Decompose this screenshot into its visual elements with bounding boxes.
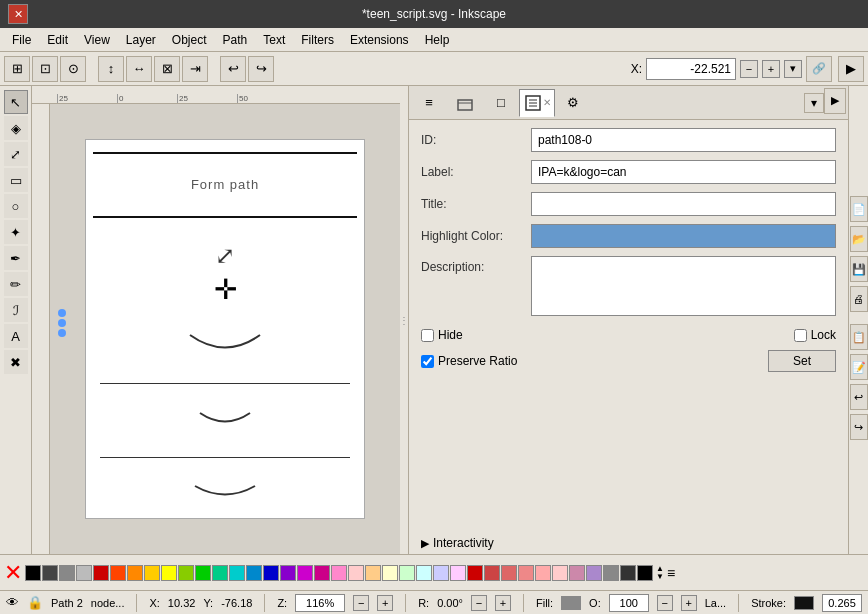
palette-swatch[interactable] (569, 565, 585, 581)
lock-checkbox[interactable] (794, 329, 807, 342)
menu-layer[interactable]: Layer (118, 31, 164, 49)
palette-swatch[interactable] (25, 565, 41, 581)
o-plus-btn[interactable]: + (681, 595, 697, 611)
palette-swatch[interactable] (144, 565, 160, 581)
menu-view[interactable]: View (76, 31, 118, 49)
highlight-color-picker[interactable] (531, 224, 836, 248)
palette-swatch[interactable] (433, 565, 449, 581)
palette-swatch[interactable] (399, 565, 415, 581)
palette-swatch[interactable] (467, 565, 483, 581)
palette-swatch[interactable] (484, 565, 500, 581)
status-eye-icon[interactable]: 👁 (6, 595, 19, 610)
hide-checkbox[interactable] (421, 329, 434, 342)
toolbar-link-btn[interactable]: 🔗 (806, 56, 832, 82)
r-minus-btn[interactable]: − (471, 595, 487, 611)
palette-swatch[interactable] (93, 565, 109, 581)
palette-swatch[interactable] (450, 565, 466, 581)
palette-swatch[interactable] (586, 565, 602, 581)
palette-swatch[interactable] (348, 565, 364, 581)
right-redo-btn[interactable]: ↪ (850, 414, 868, 440)
palette-swatch[interactable] (212, 565, 228, 581)
set-button[interactable]: Set (768, 350, 836, 372)
menu-path[interactable]: Path (215, 31, 256, 49)
palette-swatch[interactable] (246, 565, 262, 581)
o-minus-btn[interactable]: − (657, 595, 673, 611)
palette-swatch[interactable] (59, 565, 75, 581)
palette-swatch[interactable] (280, 565, 296, 581)
stroke-input[interactable] (822, 594, 862, 612)
panel-separator[interactable]: ⋮ (400, 86, 408, 554)
right-new-btn[interactable]: 📄 (850, 196, 868, 222)
palette-swatch[interactable] (127, 565, 143, 581)
tool-pencil[interactable]: ✒ (4, 246, 28, 270)
palette-swatch[interactable] (110, 565, 126, 581)
palette-swatch[interactable] (263, 565, 279, 581)
palette-swatch[interactable] (161, 565, 177, 581)
coord-dropdown-btn[interactable]: ▾ (784, 60, 802, 78)
toolbar-btn-7[interactable]: ⇥ (182, 56, 208, 82)
interactivity-row[interactable]: ▶ Interactivity (409, 532, 848, 554)
right-open-btn[interactable]: 📂 (850, 226, 868, 252)
fill-color-box[interactable] (561, 596, 581, 610)
close-button[interactable]: ✕ (8, 4, 28, 24)
coord-plus-btn[interactable]: + (762, 60, 780, 78)
tool-calligraphy[interactable]: ℐ (4, 298, 28, 322)
palette-swatch[interactable] (314, 565, 330, 581)
toolbar-btn-3[interactable]: ⊙ (60, 56, 86, 82)
palette-swatch[interactable] (365, 565, 381, 581)
tool-dropper[interactable]: ✖ (4, 350, 28, 374)
palette-swatch[interactable] (501, 565, 517, 581)
palette-swatch[interactable] (416, 565, 432, 581)
palette-menu-btn[interactable]: ≡ (667, 565, 675, 581)
zoom-plus-btn[interactable]: + (377, 595, 393, 611)
stroke-color-box[interactable] (794, 596, 814, 610)
right-undo-btn[interactable]: ↩ (850, 384, 868, 410)
palette-swatch[interactable] (229, 565, 245, 581)
palette-swatch[interactable] (535, 565, 551, 581)
toolbar-btn-2[interactable]: ⊡ (32, 56, 58, 82)
menu-edit[interactable]: Edit (39, 31, 76, 49)
toolbar-btn-5[interactable]: ↔ (126, 56, 152, 82)
description-textarea[interactable] (531, 256, 836, 316)
tool-rect[interactable]: ▭ (4, 168, 28, 192)
toolbar-btn-6[interactable]: ⊠ (154, 56, 180, 82)
tool-select[interactable]: ↖ (4, 90, 28, 114)
tool-node[interactable]: ◈ (4, 116, 28, 140)
palette-swatch[interactable] (42, 565, 58, 581)
palette-swatch[interactable] (195, 565, 211, 581)
palette-swatch[interactable] (603, 565, 619, 581)
right-paste-btn[interactable]: 📝 (850, 354, 868, 380)
tool-zoom-rubber[interactable]: ⤢ (4, 142, 28, 166)
label-input[interactable] (531, 160, 836, 184)
toolbar-btn-9[interactable]: ↪ (248, 56, 274, 82)
palette-swatch[interactable] (76, 565, 92, 581)
toolbar-btn-8[interactable]: ↩ (220, 56, 246, 82)
right-save-btn[interactable]: 💾 (850, 256, 868, 282)
menu-text[interactable]: Text (255, 31, 293, 49)
palette-swatch[interactable] (297, 565, 313, 581)
id-input[interactable] (531, 128, 836, 152)
coord-x-input[interactable] (646, 58, 736, 80)
r-plus-btn[interactable]: + (495, 595, 511, 611)
right-side-btn[interactable]: ▶ (824, 88, 846, 114)
palette-down-arrow[interactable]: ▼ (656, 573, 664, 581)
palette-swatch[interactable] (552, 565, 568, 581)
tab-dropdown-arrow[interactable]: ▾ (804, 93, 824, 113)
palette-swatch[interactable] (382, 565, 398, 581)
canvas[interactable]: Form path ⤢ ✛ (50, 104, 400, 554)
right-print-btn[interactable]: 🖨 (850, 286, 868, 312)
tool-pen[interactable]: ✏ (4, 272, 28, 296)
tab-extra[interactable]: ⚙ (555, 89, 591, 117)
palette-none-btn[interactable]: ✕ (4, 560, 22, 586)
tab-close-icon[interactable]: ✕ (543, 97, 551, 108)
menu-filters[interactable]: Filters (293, 31, 342, 49)
menu-file[interactable]: File (4, 31, 39, 49)
palette-swatch[interactable] (331, 565, 347, 581)
palette-swatch[interactable] (620, 565, 636, 581)
palette-swatch[interactable] (178, 565, 194, 581)
toolbar-btn-1[interactable]: ⊞ (4, 56, 30, 82)
opacity-input[interactable] (609, 594, 649, 612)
palette-swatch[interactable] (518, 565, 534, 581)
tool-circle[interactable]: ○ (4, 194, 28, 218)
right-copy-btn[interactable]: 📋 (850, 324, 868, 350)
